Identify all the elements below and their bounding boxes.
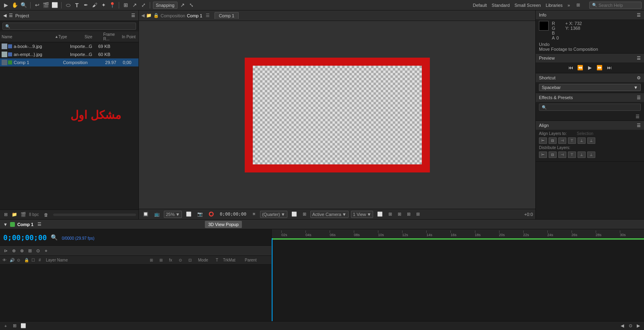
comp-options-btn[interactable]: ⊞ [405,211,412,217]
monitor-btn[interactable]: 📺 [153,211,161,217]
hand-tool[interactable]: ✋ [11,2,19,9]
prev-first-btn[interactable]: ⏮ [567,64,574,71]
interpret-footage-btn[interactable]: ⊞ [2,212,9,218]
project-item-2[interactable]: Comp 1 Composition 29.97 0;00 [0,58,138,66]
extra-icon5[interactable]: ⤡ [188,2,195,9]
new-folder-btn[interactable]: 📁 [11,212,18,218]
align-right-btn[interactable]: ⊣ [558,137,566,144]
transpareny-grid-btn[interactable]: ⊞ [301,211,308,217]
effects-menu-icon[interactable]: ☰ [637,95,641,100]
snapshot-btn[interactable]: 📷 [196,211,204,217]
view-dropdown[interactable]: 1 View ▼ [351,211,374,218]
color-swatch[interactable] [539,21,549,31]
exposure-btn[interactable]: ☀ [250,211,258,217]
panel-menu-btn[interactable]: ☰ [131,13,135,18]
workspace-default[interactable]: Default [473,3,487,8]
align-menu-icon[interactable]: ☰ [637,123,641,128]
comp-menu-icon[interactable]: ☰ [206,13,210,18]
search-help-input[interactable] [599,3,639,8]
dist-right-btn[interactable]: ⊣ [558,152,566,158]
tl-new-layer-btn[interactable]: + [2,323,9,329]
work-area-bar[interactable] [272,238,644,240]
shape-icon[interactable]: ⬭ [64,2,72,9]
project-item-0[interactable]: a-book-...9.jpg Importe...G 69 KB [0,42,138,50]
nav-arrow-left[interactable]: ◀ [141,13,144,18]
workspace-more[interactable]: » [568,3,570,8]
effects-list-view-btn[interactable]: ☰ [634,113,641,120]
fit-btn[interactable]: ⬜ [184,211,193,217]
shortcut-dropdown[interactable]: Spacebar ▼ [539,84,641,91]
align-center-h-btn[interactable]: ⊟ [549,137,557,144]
workspace-small-screen[interactable]: Small Screen [514,3,541,8]
tl-menu-icon[interactable]: ☰ [37,222,41,227]
dist-bottom-btn[interactable]: ⊥ [587,152,595,158]
resolution-dropdown[interactable]: (Quarter) ▼ [260,211,287,218]
prev-forward-btn[interactable]: ⏩ [596,64,603,71]
panel-collapse-arrow[interactable]: ◀ [3,13,6,18]
shortcut-settings-icon[interactable]: ⚙ [637,75,641,81]
project-search-input[interactable] [12,24,133,29]
stamp-tool-icon[interactable]: ✦ [100,2,107,9]
snapping-button[interactable]: Snapping [153,2,178,9]
tl-layer-solo-btn[interactable]: ⊗ [19,247,25,254]
comp-layout-btn[interactable]: ⊞ [387,211,394,217]
view-options-btn[interactable]: ⬜ [376,211,384,217]
comp-3d-btn[interactable]: ⊞ [396,211,403,217]
dist-center-h-btn[interactable]: ⊟ [549,152,557,158]
workspace-libraries[interactable]: Libraries [546,3,563,8]
tl-motion-blur-btn[interactable]: ⊙ [35,247,41,254]
shortcut-header[interactable]: Shortcut ⚙ [536,73,644,82]
extra-icon3[interactable]: ⤢ [140,2,147,9]
info-header[interactable]: Info ☰ [536,10,644,19]
video-icon[interactable]: 🎬 [42,2,50,9]
camera-dropdown[interactable]: Active Camera ▼ [310,211,349,218]
tl-add-marker-btn[interactable]: ⊕ [10,247,17,254]
new-comp-btn[interactable]: 🎬 [20,212,27,218]
puppet-tool-icon[interactable]: 📍 [109,2,116,9]
tl-nav-left[interactable]: ◀ [619,323,625,329]
zoom-dropdown[interactable]: 25% ▼ [164,211,182,218]
prev-play-btn[interactable]: ▶ [586,64,594,71]
tl-comp-btn[interactable]: ⊞ [11,323,18,329]
region-btn[interactable]: ⬜ [290,211,299,217]
select-tool[interactable]: ▶ [2,2,10,9]
tl-solid-btn[interactable]: ⬜ [20,323,27,329]
mask-rect-icon[interactable]: ⬜ [51,2,58,9]
tl-nav-right[interactable]: ▶ [635,323,642,329]
pen-tool-icon[interactable]: ✒ [82,2,89,9]
delete-btn[interactable]: 🗑 [43,212,49,218]
tl-go-out-btn[interactable]: ⊳ [2,247,9,254]
current-time-display[interactable]: 0;00;00;00 [3,233,47,242]
comp-guide-btn[interactable]: ⊞ [415,211,421,217]
dist-center-v-btn[interactable]: ⊥ [578,152,586,158]
align-bottom-btn[interactable]: ⊥ [587,137,595,144]
align-left-btn[interactable]: ⊢ [539,137,547,144]
show-channel-btn[interactable]: ⭕ [207,211,216,217]
always-preview-btn[interactable]: 🔲 [141,211,150,217]
extra-icon1[interactable]: ⊞ [122,2,129,9]
col-header-name[interactable]: Name [2,35,54,39]
tl-snap-btn[interactable]: ⊞ [27,247,33,254]
align-top-btn[interactable]: ⊤ [568,137,576,144]
comp-viewport[interactable]: مشكل اول [139,21,535,209]
preview-header[interactable]: Preview ☰ [536,54,644,62]
project-scroll[interactable] [53,214,136,216]
project-item-1[interactable]: an-empt...}.jpg Importe...G 60 KB [0,50,138,58]
prev-last-btn[interactable]: ⏭ [606,64,613,71]
effects-header[interactable]: Effects & Presets ☰ [536,93,644,102]
tl-nav-center[interactable]: ⊙ [627,323,634,329]
tl-collapse-arrow[interactable]: ▼ [3,222,8,227]
timeline-tracks[interactable] [272,238,644,321]
extra-icon4[interactable]: ↗ [179,2,186,9]
extra-icon2[interactable]: ↗ [131,2,138,9]
tl-graph-editor-btn[interactable]: ⋄ [43,247,49,254]
effects-search-input[interactable] [548,105,638,110]
prev-back-btn[interactable]: ⏪ [577,64,584,71]
time-search-icon[interactable]: 🔍 [51,234,58,241]
workspace-standard[interactable]: Standard [492,3,510,8]
text-tool-icon[interactable]: T [73,2,80,9]
info-menu-icon[interactable]: ☰ [637,12,641,18]
timecode-display[interactable]: 0;00;00;00 [218,211,248,217]
undo-icon[interactable]: ↩ [33,2,41,9]
align-center-v-btn[interactable]: ⊥ [578,137,586,144]
